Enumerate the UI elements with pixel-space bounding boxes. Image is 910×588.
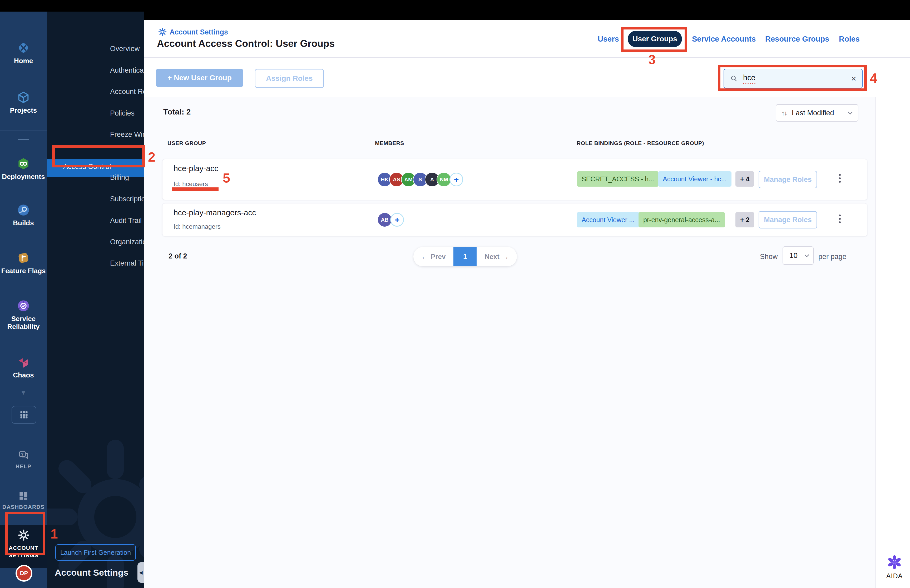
add-member-button[interactable]: + [449, 173, 463, 186]
add-member-button[interactable]: + [390, 213, 404, 227]
gear-watermark-icon [47, 433, 144, 588]
manage-roles-button[interactable]: Manage Roles [759, 211, 817, 228]
menu-item-overview[interactable]: Overview [110, 44, 140, 54]
breadcrumb[interactable]: Account Settings [170, 28, 228, 36]
annotation-number-1: 1 [50, 527, 58, 542]
manage-roles-button[interactable]: Manage Roles [759, 171, 817, 188]
annotation-box-2 [52, 145, 145, 167]
menu-item-freeze-windows[interactable]: Freeze Windows [110, 129, 144, 140]
menu-item-external-tickets[interactable]: External Tickets [110, 258, 144, 268]
menu-item-account-resources[interactable]: Account Resources [110, 86, 144, 97]
user-group-id: Id: hcemanagers [173, 223, 221, 230]
tab-roles[interactable]: Roles [839, 35, 860, 44]
breadcrumb-gear-icon [158, 27, 167, 36]
next-page-button[interactable]: Next → [477, 247, 517, 267]
prev-page-button[interactable]: ← Prev [414, 247, 453, 267]
user-avatar[interactable]: DP [16, 565, 32, 581]
pagination: ← Prev 1 Next → [414, 247, 517, 267]
role-binding-badge[interactable]: SECRET_ACCESS - h... [577, 171, 659, 187]
module-picker-button[interactable] [11, 406, 36, 424]
sidebar-chevron-down-icon[interactable]: ▼ [0, 389, 47, 396]
row-menu-icon[interactable] [837, 173, 842, 184]
account-settings-sidebar: Overview Authentication Account Resource… [47, 11, 144, 588]
sidebar-item-builds[interactable]: Builds [0, 203, 47, 227]
sidebar-collapse-button[interactable]: ◀ [137, 562, 144, 583]
more-bindings-badge[interactable]: + 4 [735, 171, 754, 187]
module-sidebar: Home Projects Deployments Builds Feature… [0, 11, 47, 588]
right-gutter [876, 20, 910, 588]
menu-item-billing[interactable]: Billing [110, 172, 129, 183]
sidebar-item-home[interactable]: Home [0, 41, 47, 65]
pagination-range: 2 of 2 [168, 252, 187, 260]
annotation-number-5: 5 [223, 171, 230, 186]
chaos-icon [16, 355, 30, 369]
aida-icon [887, 554, 902, 570]
sidebar-item-service-reliability[interactable]: Service Reliability [0, 299, 47, 331]
sort-icon: ↑↓ [782, 109, 787, 117]
app-window: Home Projects Deployments Builds Feature… [0, 0, 910, 588]
home-icon [16, 41, 30, 55]
sidebar-item-dashboards[interactable]: DASHBOARDS [0, 490, 47, 510]
more-bindings-badge[interactable]: + 2 [735, 212, 754, 228]
arrow-right-icon: → [502, 253, 509, 261]
row-menu-icon[interactable] [837, 213, 842, 225]
role-binding-badge[interactable]: Account Viewer ... [577, 212, 639, 228]
column-header-user-group: USER GROUP [168, 140, 206, 146]
aida-label: AIDA [883, 572, 906, 580]
member-avatar[interactable]: NM [437, 173, 451, 186]
menu-item-policies[interactable]: Policies [110, 108, 134, 118]
annotation-number-4: 4 [870, 71, 877, 86]
tab-resource-groups[interactable]: Resource Groups [765, 35, 829, 44]
tab-users[interactable]: Users [598, 35, 619, 44]
role-binding-badge[interactable]: Account Viewer - hc... [658, 171, 732, 187]
role-binding-badge[interactable]: pr-env-general-access-a... [638, 212, 725, 228]
annotation-box-4 [718, 65, 867, 91]
sidebar-item-feature-flags[interactable]: Feature Flags [0, 251, 47, 275]
help-icon: ? [18, 449, 29, 461]
aida-widget[interactable]: AIDA [883, 554, 906, 580]
annotation-number-3: 3 [648, 52, 656, 67]
menu-item-audit-trail[interactable]: Audit Trail [110, 215, 142, 226]
column-header-role-bindings: ROLE BINDINGS (ROLE - RESOURCE GROUP) [577, 140, 704, 146]
page-header: Account Settings › Account Access Contro… [144, 20, 910, 58]
current-page-button[interactable]: 1 [453, 247, 477, 267]
menu-item-subscriptions[interactable]: Subscriptions [110, 194, 144, 204]
grid-icon [19, 410, 29, 420]
dashboards-icon [18, 490, 29, 502]
sidebar-footer-title: Account Settings [55, 567, 128, 578]
table-row[interactable]: hce-play-managers-acc Id: hcemanagers AB… [162, 203, 867, 236]
service-reliability-icon [16, 299, 30, 313]
sidebar-item-deployments[interactable]: Deployments [0, 157, 47, 181]
tab-service-accounts[interactable]: Service Accounts [692, 35, 756, 44]
annotation-box-1 [5, 512, 45, 556]
sidebar-item-projects[interactable]: Projects [0, 90, 47, 114]
builds-icon [16, 203, 30, 217]
arrow-left-icon: ← [421, 253, 428, 261]
chevron-down-icon [804, 254, 810, 257]
sidebar-item-chaos[interactable]: Chaos [0, 355, 47, 379]
user-group-name[interactable]: hce-play-acc [173, 164, 218, 173]
assign-roles-button[interactable]: Assign Roles [255, 69, 324, 88]
sort-dropdown[interactable]: ↑↓ Last Modified [776, 104, 858, 121]
launch-first-generation-button[interactable]: Launch First Generation [55, 544, 136, 561]
user-group-id: Id: hceusers [173, 180, 208, 188]
sidebar-drag-handle[interactable] [18, 139, 29, 140]
page-size-dropdown[interactable]: 10 [782, 246, 814, 265]
new-user-group-button[interactable]: + New User Group [156, 69, 243, 87]
table-row[interactable]: hce-play-acc Id: hceusers HK AS AM S A N… [162, 159, 867, 200]
chevron-down-icon [847, 111, 853, 115]
annotation-underline-5 [172, 187, 218, 191]
total-count: Total: 2 [163, 107, 191, 116]
menu-item-organizations[interactable]: Organizations [110, 237, 144, 247]
projects-icon [16, 90, 30, 104]
user-group-name[interactable]: hce-play-managers-acc [173, 208, 256, 217]
page-title: Account Access Control: User Groups [157, 38, 335, 49]
sidebar-item-help[interactable]: ? HELP [0, 449, 47, 470]
member-avatar[interactable]: AB [378, 213, 391, 227]
feature-flags-icon [16, 251, 30, 265]
annotation-number-2: 2 [148, 150, 155, 165]
annotation-box-3 [621, 27, 687, 52]
menu-item-authentication[interactable]: Authentication [110, 65, 144, 76]
breadcrumb-separator: › [225, 27, 227, 36]
svg-text:?: ? [21, 452, 23, 456]
